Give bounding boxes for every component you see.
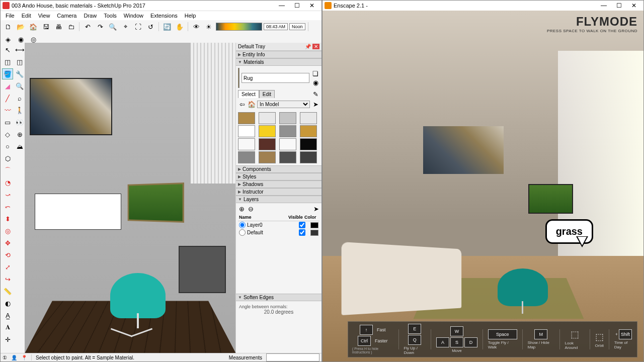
circle-icon[interactable]: ○ [2, 141, 13, 152]
xray-icon[interactable]: 👁 [191, 21, 202, 32]
menu-tools[interactable]: Tools [101, 12, 120, 19]
measurements-input[interactable] [266, 353, 319, 361]
rotated-rect-icon[interactable]: ◇ [2, 129, 13, 140]
details-arrow-icon[interactable]: ➤ [311, 100, 319, 108]
material-swatch-15[interactable] [300, 151, 317, 163]
layer-active-radio[interactable] [239, 229, 246, 236]
scale-icon[interactable]: ⤢ [2, 261, 13, 273]
enscape-maximize-button[interactable]: ☐ [611, 1, 626, 11]
home-icon[interactable]: 🏠 [28, 21, 39, 32]
look-icon[interactable]: 👀 [14, 117, 25, 128]
3dtext-icon[interactable]: 𝐀 [2, 322, 13, 333]
enscape-minimize-button[interactable]: — [596, 1, 611, 11]
maximize-button[interactable]: ☐ [289, 1, 304, 11]
status-icon-3[interactable]: 📍 [21, 355, 27, 360]
soften-edges-panel[interactable]: Soften Edges [236, 294, 321, 301]
entity-info-panel[interactable]: Entity Info [236, 51, 321, 58]
menu-file[interactable]: File [3, 12, 18, 19]
select-tool-icon[interactable]: ↖ [2, 44, 13, 55]
offset-icon[interactable]: ◎ [2, 225, 13, 236]
create-material-icon[interactable]: ❏ [311, 69, 319, 77]
layer-row[interactable]: Default [238, 229, 319, 236]
redo-icon[interactable]: ↷ [95, 21, 106, 32]
walk-icon[interactable]: 🚶 [14, 105, 25, 116]
instructor-panel[interactable]: Instructor [236, 188, 321, 196]
add-layer-icon[interactable]: ⊕ [238, 205, 245, 212]
menu-extensions[interactable]: Extensions [147, 12, 181, 19]
print-icon[interactable]: 🖶 [53, 21, 64, 32]
layer-active-radio[interactable] [239, 222, 246, 228]
wrench-icon[interactable]: 🔧 [14, 68, 25, 79]
save-icon[interactable]: 🖫 [40, 21, 51, 32]
menu-window[interactable]: Window [121, 12, 146, 19]
material-swatch-3[interactable] [300, 112, 317, 124]
eyedropper-icon[interactable]: ✎ [311, 90, 319, 98]
materials-panel[interactable]: Materials [236, 58, 321, 66]
axes-tool-icon[interactable]: ✛ [2, 334, 13, 345]
previous-icon[interactable]: ↺ [145, 21, 156, 32]
pan-icon[interactable]: ✋ [174, 21, 185, 32]
text-icon[interactable]: A̲ [2, 310, 13, 321]
material-swatch-4[interactable] [238, 125, 255, 137]
undo-icon[interactable]: ↶ [82, 21, 93, 32]
rectangle-icon[interactable]: ▭ [2, 117, 13, 128]
arc2-icon[interactable]: ⤻ [2, 189, 13, 200]
material-preview-swatch[interactable] [238, 68, 239, 88]
zoom-tool-icon[interactable]: 🔍 [14, 80, 25, 92]
default-material-icon[interactable]: ◉ [311, 78, 319, 86]
layer-details-icon[interactable]: ➤ [312, 205, 319, 212]
arc3-icon[interactable]: ⤺ [2, 201, 13, 212]
home-lib-icon[interactable]: 🏠 [248, 100, 256, 108]
paint-bucket-icon[interactable]: 🪣 [2, 68, 13, 79]
layer-color-swatch[interactable] [310, 222, 318, 228]
zoom-window-icon[interactable]: ⌖ [120, 21, 131, 32]
rotate-icon[interactable]: ⟲ [2, 249, 13, 260]
material-swatch-6[interactable] [279, 125, 296, 137]
material-swatch-13[interactable] [259, 151, 276, 163]
material-name-input[interactable] [242, 73, 309, 83]
layer-row[interactable]: Layer0 [238, 221, 319, 229]
layer-visible-checkbox[interactable] [299, 222, 305, 228]
edit-tab[interactable]: Edit [259, 90, 275, 98]
pie-icon[interactable]: ◔ [2, 177, 13, 188]
sandbox-icon[interactable]: ⛰ [14, 141, 25, 152]
minimize-button[interactable]: — [274, 1, 289, 11]
material-swatch-2[interactable] [279, 112, 296, 124]
position-icon[interactable]: ⊕ [14, 129, 25, 140]
new-file-icon[interactable]: 🗋 [3, 21, 14, 32]
eraser-icon[interactable]: ◢ [2, 80, 13, 92]
menu-camera[interactable]: Camera [54, 12, 79, 19]
arc-icon[interactable]: ⌒ [2, 165, 13, 176]
material-swatch-12[interactable] [238, 151, 255, 163]
material-swatch-8[interactable] [238, 138, 255, 150]
enscape-close-button[interactable]: ✕ [626, 1, 641, 11]
zoom-extents-icon[interactable]: ⛶ [132, 21, 143, 32]
freehand-icon[interactable]: 〰 [2, 105, 13, 116]
tray-pin-icon[interactable]: 📌 [305, 44, 311, 49]
shadows-toggle-icon[interactable]: ☀ [203, 21, 214, 32]
material-swatch-7[interactable] [300, 125, 317, 137]
shadows-panel[interactable]: Shadows [236, 180, 321, 188]
menu-edit[interactable]: Edit [19, 12, 34, 19]
followme-icon[interactable]: ↪ [2, 274, 13, 285]
zoomwin-tool-icon[interactable]: ⌕ [14, 93, 25, 104]
status-icon-1[interactable]: ① [3, 355, 7, 360]
material-swatch-1[interactable] [259, 112, 276, 124]
status-icon-2[interactable]: 👤 [11, 355, 17, 360]
protractor-icon[interactable]: ◐ [2, 298, 13, 309]
noon-button[interactable]: Noon [289, 23, 305, 30]
component-icon[interactable]: ◫ [2, 56, 13, 67]
zoom-icon[interactable]: 🔍 [107, 21, 118, 32]
back-arrow-icon[interactable]: ⇦ [238, 100, 246, 108]
remove-layer-icon[interactable]: ⊖ [247, 205, 254, 212]
shadow-month-slider[interactable] [216, 23, 262, 31]
material-swatch-9[interactable] [259, 138, 276, 150]
close-button[interactable]: ✕ [304, 1, 319, 11]
enscape-viewport[interactable]: FLYMODE PRESS SPACE TO WALK ON THE GROUN… [323, 11, 643, 361]
select-tab[interactable]: Select [238, 90, 259, 98]
material-swatch-11[interactable] [300, 138, 317, 150]
move-icon[interactable]: ✥ [2, 237, 13, 248]
time-display[interactable]: 08:43 AM [264, 23, 288, 30]
library-select[interactable]: In Model [257, 101, 310, 108]
sketchup-viewport[interactable] [25, 43, 236, 353]
